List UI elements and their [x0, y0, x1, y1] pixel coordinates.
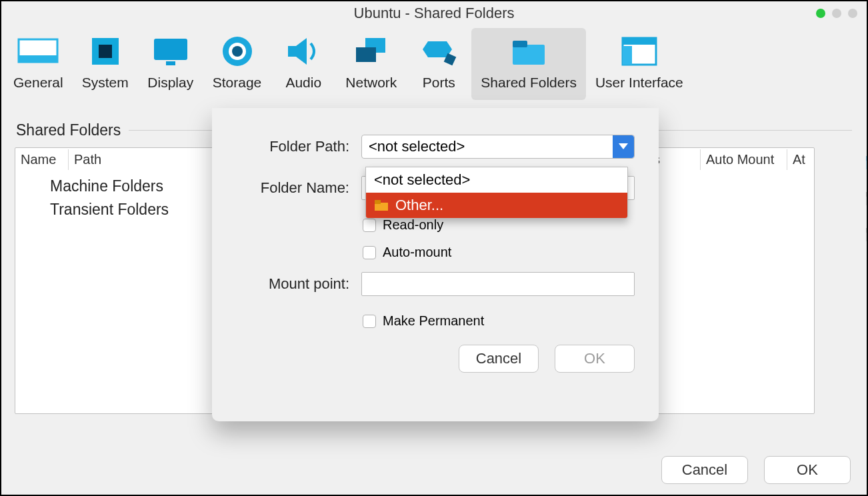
- tab-system-label: System: [82, 75, 129, 91]
- combo-folder-path[interactable]: <not selected>: [361, 135, 635, 159]
- tab-network-label: Network: [345, 75, 397, 91]
- window-title: Ubuntu - Shared Folders: [354, 5, 515, 22]
- dialog-cancel-button[interactable]: Cancel: [459, 345, 539, 373]
- chevron-down-icon: [613, 135, 634, 158]
- row-mount-point: Mount point:: [236, 272, 635, 296]
- ports-icon: [415, 32, 462, 71]
- tab-audio[interactable]: Audio: [271, 28, 336, 100]
- tab-network[interactable]: Network: [336, 28, 406, 100]
- folder-icon: [374, 199, 389, 211]
- label-folder-name: Folder Name:: [236, 179, 349, 197]
- label-mount-point: Mount point:: [236, 275, 349, 293]
- tab-ports-label: Ports: [423, 75, 455, 91]
- svg-rect-14: [513, 45, 545, 65]
- col-auto-mount[interactable]: Auto Mount: [701, 149, 787, 170]
- dialog-button-row: Cancel OK: [236, 345, 635, 373]
- audio-icon: [280, 32, 327, 71]
- traffic-light-green[interactable]: [816, 9, 825, 18]
- main-cancel-button[interactable]: Cancel: [661, 456, 748, 484]
- tab-storage-label: Storage: [213, 75, 262, 91]
- traffic-light-grey-2[interactable]: [848, 9, 857, 18]
- tab-display[interactable]: Display: [138, 28, 203, 100]
- window-controls: [816, 9, 857, 18]
- svg-rect-15: [513, 41, 527, 47]
- tab-audio-label: Audio: [285, 75, 321, 91]
- table-side-actions: [863, 151, 868, 247]
- user-interface-icon: [616, 32, 663, 71]
- col-at[interactable]: At: [787, 149, 814, 170]
- tab-general[interactable]: General: [4, 28, 73, 100]
- svg-rect-11: [356, 47, 376, 62]
- option-not-selected[interactable]: <not selected>: [366, 167, 627, 193]
- checkbox-make-permanent[interactable]: [363, 315, 376, 328]
- tab-shared-folders-label: Shared Folders: [481, 75, 577, 91]
- label-auto-mount: Auto-mount: [383, 245, 451, 260]
- option-other[interactable]: Other...: [366, 193, 627, 218]
- svg-rect-3: [99, 45, 112, 58]
- folder-path-dropdown: <not selected> Other...: [365, 167, 628, 219]
- option-other-label: Other...: [395, 197, 443, 214]
- svg-point-8: [232, 46, 243, 57]
- svg-marker-30: [619, 143, 628, 149]
- general-icon: [15, 32, 61, 71]
- svg-rect-4: [154, 39, 187, 60]
- col-name[interactable]: Name: [15, 149, 69, 170]
- input-mount-point[interactable]: [361, 272, 635, 296]
- tab-system[interactable]: System: [73, 28, 138, 100]
- dialog-ok-button[interactable]: OK: [555, 345, 635, 373]
- option-not-selected-label: <not selected>: [374, 171, 470, 189]
- traffic-light-grey-1[interactable]: [832, 9, 841, 18]
- checkbox-auto-mount[interactable]: [363, 246, 376, 259]
- add-share-dialog: Folder Path: <not selected> <not selecte…: [212, 108, 659, 421]
- system-icon: [82, 32, 129, 71]
- network-icon: [348, 32, 395, 71]
- label-read-only: Read-only: [383, 217, 443, 233]
- checkbox-read-only[interactable]: [363, 219, 376, 232]
- main-button-row: Cancel OK: [661, 456, 851, 484]
- shared-folders-icon: [505, 32, 552, 71]
- svg-rect-18: [623, 46, 632, 65]
- svg-marker-9: [288, 38, 307, 65]
- add-folder-button[interactable]: [863, 151, 868, 175]
- tab-user-interface[interactable]: User Interface: [586, 28, 693, 100]
- svg-rect-1: [19, 55, 57, 62]
- row-folder-path: Folder Path: <not selected>: [236, 135, 635, 159]
- tab-display-label: Display: [147, 75, 193, 91]
- label-make-permanent: Make Permanent: [383, 313, 484, 329]
- section-title: Shared Folders: [16, 121, 121, 139]
- tab-user-interface-label: User Interface: [595, 75, 683, 91]
- svg-rect-17: [623, 38, 656, 45]
- settings-toolbar: General System Display Storage Audio Net…: [1, 25, 867, 100]
- title-bar: Ubuntu - Shared Folders: [1, 1, 867, 25]
- combo-folder-path-wrap: <not selected>: [361, 135, 635, 159]
- main-ok-button[interactable]: OK: [764, 456, 851, 484]
- svg-rect-32: [375, 200, 381, 204]
- svg-rect-5: [166, 61, 175, 65]
- edit-folder-button[interactable]: [863, 187, 868, 211]
- display-icon: [147, 32, 194, 71]
- row-auto-mount: Auto-mount: [363, 245, 635, 260]
- row-make-permanent: Make Permanent: [363, 313, 635, 329]
- tab-ports[interactable]: Ports: [406, 28, 471, 100]
- row-read-only: Read-only: [363, 217, 635, 233]
- remove-folder-button[interactable]: [863, 223, 868, 247]
- storage-icon: [214, 32, 261, 71]
- tab-general-label: General: [13, 75, 63, 91]
- tab-storage[interactable]: Storage: [203, 28, 271, 100]
- tab-shared-folders[interactable]: Shared Folders: [471, 28, 586, 100]
- label-folder-path: Folder Path:: [236, 138, 349, 155]
- combo-selected-value: <not selected>: [369, 138, 465, 155]
